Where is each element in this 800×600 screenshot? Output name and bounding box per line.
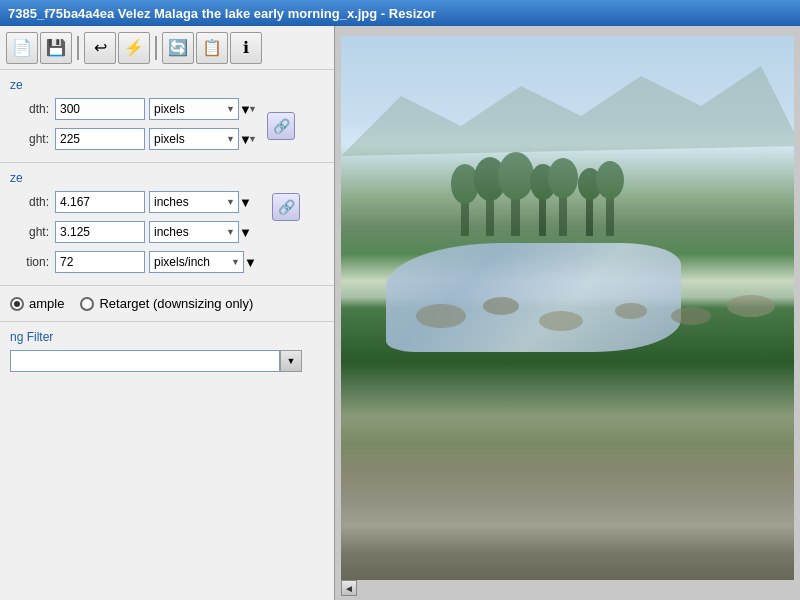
filter-input[interactable] [10,350,280,372]
print-link-button[interactable]: 🔗 [272,193,300,221]
new-button[interactable]: 📄 [6,32,38,64]
pixel-width-row: dth: pixels inches cm % ▼ [10,98,261,120]
apply-button[interactable]: ⚡ [118,32,150,64]
sample-label: ample [29,296,64,311]
pixel-height-dropdown-icon: ▼ [239,132,261,147]
image-preview [341,36,794,580]
landscape-overlay [341,36,794,580]
right-panel: ◄ [335,26,800,600]
print-width-unit-wrapper: inches cm mm [145,191,239,213]
resolution-row: tion: pixels/inch pixels/cm ▼ [10,251,266,273]
svg-point-14 [596,161,624,199]
sample-option[interactable]: ample [10,296,64,311]
pixel-width-unit-wrapper: pixels inches cm % [145,98,239,120]
toolbar: 📄 💾 ↩ ⚡ 🔄 📋 ℹ [0,26,334,70]
pixel-width-label: dth: [10,102,55,116]
pixel-size-fields: dth: pixels inches cm % ▼ [10,98,324,154]
pixel-link-button[interactable]: 🔗 [267,112,295,140]
pixel-fields-col: dth: pixels inches cm % ▼ [10,98,261,154]
print-height-row: ght: inches cm mm ▼ [10,221,266,243]
save-button[interactable]: 💾 [40,32,72,64]
print-height-unit-select[interactable]: inches cm mm [149,221,239,243]
toolbar-separator-1 [77,36,79,60]
resample-section: ample Retarget (downsizing only) [0,286,334,322]
filter-section: ng Filter ▼ [0,322,334,380]
pixel-size-label: ze [10,78,324,92]
left-panel: 📄 💾 ↩ ⚡ 🔄 📋 ℹ ze dth: [0,26,335,600]
pixel-height-label: ght: [10,132,55,146]
print-height-dropdown-icon: ▼ [239,225,261,240]
pixel-width-dropdown-icon: ▼ [239,102,261,117]
retarget-radio[interactable] [80,297,94,311]
pixel-width-input[interactable] [55,98,145,120]
svg-point-6 [498,152,534,200]
print-width-unit-select[interactable]: inches cm mm [149,191,239,213]
print-size-label: ze [10,171,324,185]
refresh-button[interactable]: 🔄 [162,32,194,64]
svg-point-20 [727,295,775,317]
pixel-height-unit-wrapper: pixels inches cm % [145,128,239,150]
print-fields-col: dth: inches cm mm ▼ ght: [10,191,266,277]
batch-button[interactable]: 📋 [196,32,228,64]
info-button[interactable]: ℹ [230,32,262,64]
filter-dropdown-button[interactable]: ▼ [280,350,302,372]
pixel-height-row: ght: pixels inches cm % ▼ [10,128,261,150]
pixel-height-unit-select[interactable]: pixels inches cm % [149,128,239,150]
print-size-section: ze dth: inches cm mm ▼ [0,163,334,286]
undo-button[interactable]: ↩ [84,32,116,64]
scroll-left-arrow[interactable]: ◄ [341,580,357,596]
print-width-dropdown-icon: ▼ [239,195,261,210]
svg-point-16 [483,297,519,315]
print-width-label: dth: [10,195,55,209]
print-height-label: ght: [10,225,55,239]
scroll-left-icon: ◄ [344,583,354,594]
svg-point-19 [671,307,711,325]
toolbar-separator-2 [155,36,157,60]
title-text: 7385_f75ba4a4ea Velez Malaga the lake ea… [8,6,436,21]
retarget-option[interactable]: Retarget (downsizing only) [80,296,253,311]
resolution-label: tion: [10,255,55,269]
svg-point-15 [416,304,466,328]
resolution-unit-select[interactable]: pixels/inch pixels/cm [149,251,244,273]
resolution-input[interactable] [55,251,145,273]
print-height-unit-wrapper: inches cm mm [145,221,239,243]
pixel-size-section: ze dth: pixels inches cm % [0,70,334,163]
print-width-row: dth: inches cm mm ▼ [10,191,266,213]
main-container: 📄 💾 ↩ ⚡ 🔄 📋 ℹ ze dth: [0,26,800,600]
filter-label: ng Filter [10,330,324,344]
title-bar: 7385_f75ba4a4ea Velez Malaga the lake ea… [0,0,800,26]
print-height-input[interactable] [55,221,145,243]
svg-marker-0 [341,66,794,156]
svg-point-10 [548,158,578,198]
resolution-dropdown-icon: ▼ [244,255,266,270]
svg-point-18 [615,303,647,319]
print-width-input[interactable] [55,191,145,213]
filter-row: ▼ [10,350,324,372]
retarget-label: Retarget (downsizing only) [99,296,253,311]
print-size-fields: dth: inches cm mm ▼ ght: [10,191,324,277]
svg-point-17 [539,311,583,331]
sample-radio[interactable] [10,297,24,311]
resolution-unit-wrapper: pixels/inch pixels/cm [145,251,244,273]
pixel-width-unit-select[interactable]: pixels inches cm % [149,98,239,120]
pixel-height-input[interactable] [55,128,145,150]
preview-image [341,36,794,580]
